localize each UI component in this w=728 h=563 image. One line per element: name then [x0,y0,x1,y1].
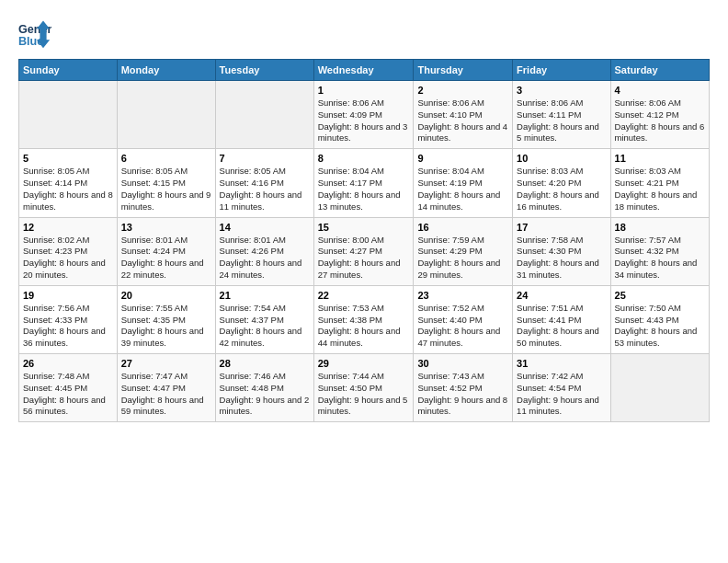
day-info-line: Sunrise: 8:06 AM [517,98,606,109]
calendar-cell: 17Sunrise: 7:58 AMSunset: 4:30 PMDayligh… [513,217,610,285]
day-number: 7 [220,153,310,164]
day-info-line: Sunrise: 8:01 AM [121,235,211,247]
calendar-cell: 29Sunrise: 7:44 AMSunset: 4:50 PMDayligh… [313,354,414,422]
day-info-line: Daylight: 9 hours and 11 minutes. [517,395,606,419]
day-number: 13 [121,222,211,233]
day-number: 11 [615,153,705,164]
day-info-line: Sunset: 4:54 PM [517,383,606,395]
day-info-line: Sunset: 4:40 PM [417,315,508,327]
day-info-line: Sunrise: 8:06 AM [318,98,410,109]
calendar-cell: 15Sunrise: 8:00 AMSunset: 4:27 PMDayligh… [313,217,414,285]
calendar-cell: 16Sunrise: 7:59 AMSunset: 4:29 PMDayligh… [414,217,513,285]
day-info-line: Daylight: 8 hours and 4 minutes. [417,121,508,145]
calendar-cell: 4Sunrise: 8:06 AMSunset: 4:12 PMDaylight… [610,81,709,149]
day-info-line: Daylight: 9 hours and 8 minutes. [417,395,508,419]
day-number: 27 [121,358,211,369]
calendar-cell [19,81,118,149]
day-info-line: Sunset: 4:48 PM [220,383,310,395]
day-number: 5 [23,153,113,164]
day-info-line: Sunrise: 7:55 AM [121,303,211,315]
day-info-line: Sunrise: 7:46 AM [220,371,310,383]
day-info-line: Sunrise: 7:59 AM [417,235,508,247]
day-number: 15 [318,222,410,233]
day-info-line: Daylight: 8 hours and 24 minutes. [220,258,310,282]
calendar-cell: 13Sunrise: 8:01 AMSunset: 4:24 PMDayligh… [117,217,215,285]
day-info-line: Sunrise: 7:51 AM [517,303,606,315]
day-info-line: Daylight: 8 hours and 39 minutes. [121,326,211,350]
calendar-header-saturday: Saturday [610,60,709,81]
day-info-line: Daylight: 8 hours and 50 minutes. [517,326,606,350]
calendar-cell: 25Sunrise: 7:50 AMSunset: 4:43 PMDayligh… [610,285,709,353]
day-info-line: Sunrise: 7:43 AM [417,371,508,383]
calendar-week-0: 1Sunrise: 8:06 AMSunset: 4:09 PMDaylight… [19,81,710,149]
calendar-week-3: 19Sunrise: 7:56 AMSunset: 4:33 PMDayligh… [19,285,710,353]
day-info-line: Daylight: 8 hours and 20 minutes. [23,258,113,282]
day-info-line: Daylight: 8 hours and 36 minutes. [23,326,113,350]
day-info-line: Sunrise: 7:52 AM [417,303,508,315]
day-number: 12 [23,222,113,233]
calendar-cell: 3Sunrise: 8:06 AMSunset: 4:11 PMDaylight… [513,81,610,149]
calendar-cell: 14Sunrise: 8:01 AMSunset: 4:26 PMDayligh… [215,217,313,285]
calendar-cell: 28Sunrise: 7:46 AMSunset: 4:48 PMDayligh… [215,354,313,422]
day-number: 29 [318,358,410,369]
calendar-header-sunday: Sunday [19,60,118,81]
day-info-line: Sunset: 4:41 PM [517,315,606,327]
calendar-cell: 11Sunrise: 8:03 AMSunset: 4:21 PMDayligh… [610,149,709,217]
day-number: 1 [318,85,410,96]
day-info-line: Sunset: 4:15 PM [121,178,211,190]
day-info-line: Daylight: 8 hours and 44 minutes. [318,326,410,350]
calendar-cell: 2Sunrise: 8:06 AMSunset: 4:10 PMDaylight… [414,81,513,149]
day-info-line: Sunrise: 8:05 AM [23,166,113,178]
calendar-cell: 21Sunrise: 7:54 AMSunset: 4:37 PMDayligh… [215,285,313,353]
day-info-line: Sunrise: 8:05 AM [220,166,310,178]
calendar-cell: 20Sunrise: 7:55 AMSunset: 4:35 PMDayligh… [117,285,215,353]
calendar-header-monday: Monday [117,60,215,81]
calendar-cell: 5Sunrise: 8:05 AMSunset: 4:14 PMDaylight… [19,149,118,217]
day-info-line: Sunrise: 8:04 AM [417,166,508,178]
calendar-header-row: SundayMondayTuesdayWednesdayThursdayFrid… [19,60,710,81]
calendar-cell: 24Sunrise: 7:51 AMSunset: 4:41 PMDayligh… [513,285,610,353]
calendar-cell: 9Sunrise: 8:04 AMSunset: 4:19 PMDaylight… [414,149,513,217]
day-info-line: Sunset: 4:27 PM [318,246,410,258]
day-info-line: Daylight: 8 hours and 14 minutes. [417,190,508,213]
day-info-line: Sunrise: 7:57 AM [615,235,705,247]
day-info-line: Daylight: 8 hours and 22 minutes. [121,258,211,282]
day-info-line: Sunset: 4:32 PM [615,246,705,258]
day-number: 8 [318,153,410,164]
day-info-line: Sunset: 4:12 PM [615,109,705,121]
day-number: 26 [23,358,113,369]
calendar-cell: 12Sunrise: 8:02 AMSunset: 4:23 PMDayligh… [19,217,118,285]
day-info-line: Sunset: 4:30 PM [517,246,606,258]
header: General Blue [18,17,710,50]
day-info-line: Sunrise: 8:02 AM [23,235,113,247]
day-info-line: Sunrise: 8:05 AM [121,166,211,178]
day-info-line: Daylight: 8 hours and 8 minutes. [23,190,113,213]
day-info-line: Sunset: 4:10 PM [417,109,508,121]
day-number: 14 [220,222,310,233]
calendar-cell: 10Sunrise: 8:03 AMSunset: 4:20 PMDayligh… [513,149,610,217]
day-info-line: Daylight: 8 hours and 13 minutes. [318,190,410,213]
day-info-line: Sunrise: 7:54 AM [220,303,310,315]
calendar-cell [610,354,709,422]
day-info-line: Sunset: 4:11 PM [517,109,606,121]
day-number: 4 [615,85,705,96]
calendar-header-wednesday: Wednesday [313,60,414,81]
day-number: 31 [517,358,606,369]
calendar-cell: 23Sunrise: 7:52 AMSunset: 4:40 PMDayligh… [414,285,513,353]
day-info-line: Sunset: 4:20 PM [517,178,606,190]
calendar-cell: 1Sunrise: 8:06 AMSunset: 4:09 PMDaylight… [313,81,414,149]
day-info-line: Sunset: 4:52 PM [417,383,508,395]
day-number: 24 [517,290,606,301]
day-info-line: Daylight: 8 hours and 5 minutes. [517,121,606,145]
day-number: 6 [121,153,211,164]
day-info-line: Sunset: 4:29 PM [417,246,508,258]
logo-icon: General Blue [18,17,51,50]
day-info-line: Sunset: 4:45 PM [23,383,113,395]
day-info-line: Sunrise: 7:50 AM [615,303,705,315]
calendar-week-1: 5Sunrise: 8:05 AMSunset: 4:14 PMDaylight… [19,149,710,217]
day-info-line: Sunrise: 7:47 AM [121,371,211,383]
day-number: 10 [517,153,606,164]
day-info-line: Daylight: 8 hours and 53 minutes. [615,326,705,350]
day-info-line: Daylight: 8 hours and 3 minutes. [318,121,410,145]
day-info-line: Sunrise: 8:03 AM [615,166,705,178]
